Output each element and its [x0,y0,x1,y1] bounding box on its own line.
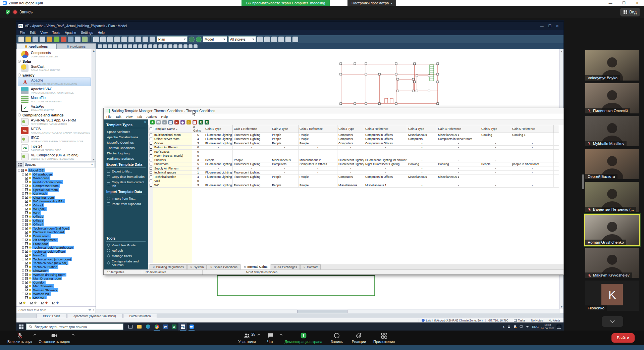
template-row[interactable]: multifunctional room5Fluorescent Lightin… [149,133,564,137]
template-row[interactable]: Void0---------- [149,179,564,183]
space-item[interactable]: +WC (low-mobility GP) [18,199,96,203]
participant-tile[interactable]: Сергей Балюта [585,149,639,179]
zoom-control-apps[interactable]: Приложения [370,332,398,344]
template-row[interactable]: Showroom5Fluorescent LightingFluorescent… [149,162,564,166]
app-item-title-24[interactable]: 24Title 24CALIFORNIA ENERGY CODE [18,144,91,152]
template-row[interactable]: Office+server room4Fluorescent LightingF… [149,137,564,141]
space-item[interactable]: +Office3 [18,219,96,223]
tab-comfort[interactable]: ✕Comfort [300,264,321,269]
tab-system[interactable]: ✕System [187,264,207,269]
dialog-menu-actions[interactable]: Actions [146,115,157,118]
tab-close-icon[interactable]: ✕ [244,265,246,268]
row-checkbox[interactable] [150,167,152,170]
arrow-up-icon[interactable] [257,37,263,42]
canvas-horizontal-scrollbar[interactable] [96,309,560,313]
edit-grid-icon[interactable]: ▦ [193,120,197,124]
dialog-menu-view[interactable]: View [126,115,132,118]
space-checkbox[interactable] [25,196,28,199]
tray-chevron-icon[interactable]: ▲ [502,325,505,328]
tray-network-icon[interactable] [519,325,523,329]
filter-dropdown-icon[interactable]: ▾ [93,309,94,311]
template-row[interactable]: Showers3PeoplePeopleMiscellaneousMiscell… [149,158,564,162]
space-item[interactable]: +Showroom [18,269,96,273]
dial-green-icon[interactable] [54,37,59,42]
expand-icon[interactable]: + [22,293,24,295]
expand-icon[interactable]: + [22,250,24,253]
space-checkbox[interactable] [25,211,28,214]
tool-action[interactable]: Refresh [106,248,146,253]
column-header[interactable]: Gain 3 Reference [364,125,407,133]
column-header[interactable]: Gain 2 Reference [299,125,337,133]
view-tool-icon-10[interactable] [143,44,147,48]
redo-icon[interactable] [150,37,155,42]
taskbar-app-taskview[interactable] [126,323,135,331]
column-header[interactable]: Gain 4 Type [407,125,437,133]
template-row[interactable]: roof spaces0---------- [149,150,564,154]
rotate-icon[interactable] [121,37,127,42]
checkbox[interactable] [21,169,24,172]
space-item[interactable]: +Man WC [18,296,96,299]
import-excel-icon[interactable]: X [205,120,209,124]
view-tool-icon-18[interactable] [183,44,187,48]
tab-close-icon[interactable]: ✕ [303,266,306,269]
app-group-energy[interactable]: −Energy [18,72,91,78]
copy-template-icon[interactable]: ⧉ [156,120,161,124]
spaces-filter-input[interactable] [18,308,87,312]
space-checkbox[interactable] [25,285,28,288]
view-tool-icon-8[interactable] [133,44,137,48]
space-item[interactable]: +Office2 [18,215,96,219]
row-checkbox[interactable] [150,180,152,182]
zoom-control-record[interactable]: Запись [326,332,348,344]
export-excel-icon[interactable]: X [199,120,203,124]
view-tool-icon-19[interactable] [189,44,193,48]
expand-icon[interactable]: + [22,262,24,264]
column-header[interactable]: Gain 5 Type [480,125,511,133]
app-item-suncast[interactable]: SunCastSOLAR SHADING ANALYSIS [18,64,91,72]
collapse-icon[interactable]: − [18,60,21,63]
space-checkbox[interactable] [25,188,28,191]
table-header-row[interactable]: Template Name ▲# GainsGain 1 TypeGain 1 … [149,125,564,133]
space-checkbox[interactable] [25,281,28,284]
view-tool-icon-1[interactable] [98,44,102,48]
world-icon[interactable] [285,37,291,42]
column-header[interactable]: Gain 1 Type [204,125,233,133]
import-action[interactable]: Import from file... [106,196,146,201]
space-item[interactable]: +multifunctional room [18,180,96,184]
template-type-thermal-conditions[interactable]: Thermal Conditions [106,145,146,150]
view-tool-icon-20[interactable] [194,44,198,48]
tray-person-icon[interactable] [507,325,511,329]
expand-icon[interactable]: + [22,219,24,222]
view-tool-icon-9[interactable] [138,44,142,48]
column-header[interactable]: Gain 2 Type [271,125,299,133]
template-row[interactable]: Technical station4Fluorescent LightingFl… [149,175,564,179]
ve-minimize-button[interactable]: — [540,24,544,28]
expand-icon[interactable]: + [22,204,24,206]
ve-menu-tools[interactable]: Tools [52,31,60,35]
row-checkbox[interactable] [150,163,152,165]
view-tool-icon-5[interactable] [118,44,122,48]
tab-air-exchanges[interactable]: ✕Air Exchanges [271,264,300,269]
app-item-ve-compliance-uk-ireland-[interactable]: VE Compliance (UK & Ireland)ENERGY PERFO… [18,152,91,161]
zoom-out-icon[interactable] [100,37,106,42]
tray-volume-icon[interactable] [526,325,530,329]
space-item[interactable]: +Compressor room [18,184,96,188]
import-action[interactable]: Paste from clipboard... [106,201,146,206]
layer-toggle-3[interactable] [41,302,48,304]
tool-action[interactable]: View User Guide... [106,242,146,248]
space-item[interactable]: +Woman dreesing room [18,273,96,277]
tab-close-icon[interactable]: ✕ [210,266,212,269]
sheet-icon[interactable] [75,37,80,42]
row-checkbox[interactable] [150,184,152,187]
space-item[interactable]: +Boiler room [18,234,96,238]
maximize-button[interactable]: ❐ [617,0,631,6]
space-item[interactable]: +New Car [18,253,96,257]
column-header[interactable]: Gain 5 Reference [511,125,554,133]
taskbar-app-explorer[interactable] [135,323,144,331]
ve-menu-help[interactable]: Help [98,31,105,35]
expand-icon[interactable]: + [22,212,24,214]
space-item[interactable]: +Technical void (new car) [18,261,96,265]
space-checkbox[interactable] [25,273,28,276]
expand-icon[interactable]: + [22,254,24,256]
participant-tile[interactable]: Roman Gryshchenko [585,215,639,245]
tab-close-icon[interactable]: ✕ [153,266,155,269]
